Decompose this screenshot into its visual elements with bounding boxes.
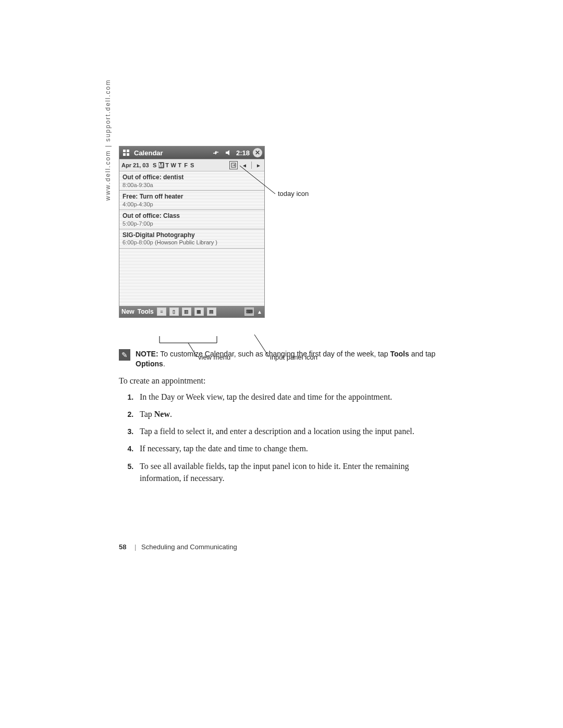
svg-rect-2 xyxy=(123,153,126,156)
appt-title: Out of office: Class xyxy=(123,212,261,219)
step-text: To see all available fields, tap the inp… xyxy=(140,462,409,483)
step-text: If necessary, tap the date and time to c… xyxy=(140,444,308,453)
page-footer: 58 | Scheduling and Communicating xyxy=(119,543,237,551)
dow-t2[interactable]: T xyxy=(177,162,183,168)
side-url: www.dell.com | support.dell.com xyxy=(104,79,112,201)
step-item: In the Day or Week view, tap the desired… xyxy=(136,391,452,403)
view-month-icon[interactable]: ▦ xyxy=(194,307,204,316)
start-icon[interactable] xyxy=(121,148,131,157)
appt-title: Free: Turn off heater xyxy=(123,193,261,200)
appt-title: SIG-Digital Photography xyxy=(123,231,261,239)
note-icon: ✎ xyxy=(119,349,130,361)
dow-s[interactable]: S xyxy=(152,162,158,168)
step-text: Tap xyxy=(140,410,154,418)
appt-time: 4:00p-4:30p xyxy=(123,201,261,207)
app-title: Calendar xyxy=(134,149,163,157)
day-selector-bar: Apr 21, 03 S M T W T F S ◄ ► xyxy=(119,159,264,171)
step-item: To see all available fields, tap the inp… xyxy=(136,460,452,484)
footer-separator: | xyxy=(134,543,136,551)
note-tools: Tools xyxy=(390,350,409,358)
step-item: Tap New. xyxy=(136,408,452,420)
prev-arrow-icon[interactable]: ◄ xyxy=(241,161,248,169)
tools-button[interactable]: Tools xyxy=(138,308,154,315)
note-options: Options xyxy=(136,360,163,368)
bottom-bar: New Tools ≡ ▯ ▥ ▦ ▤ ⌨ ▲ xyxy=(119,306,264,317)
step-text: Tap a field to select it, and enter a de… xyxy=(140,427,414,436)
appointment-list: Out of office: dentist 8:00a-9:30a Free:… xyxy=(119,171,264,306)
dow-m[interactable]: M xyxy=(158,162,164,168)
speaker-icon[interactable] xyxy=(224,148,233,157)
steps-list: In the Day or Week view, tap the desired… xyxy=(136,391,452,484)
list-item[interactable]: SIG-Digital Photography 6:00p-8:00p (How… xyxy=(119,229,264,249)
section-title: Scheduling and Communicating xyxy=(141,543,237,551)
note-body: . xyxy=(163,360,165,368)
note-body: To customize Calendar, such as changing … xyxy=(158,350,390,358)
next-arrow-icon[interactable]: ► xyxy=(255,161,262,169)
page-number: 58 xyxy=(119,543,126,551)
day-of-week-row[interactable]: S M T W T F S xyxy=(152,162,195,168)
appt-time: 6:00p-8:00p xyxy=(123,239,153,245)
dow-w[interactable]: W xyxy=(171,162,177,168)
step-text: In the Day or Week view, tap the desired… xyxy=(140,392,392,401)
list-item[interactable]: Out of office: Class 5:00p-7:00p xyxy=(119,210,264,229)
step-strong: New xyxy=(154,410,170,418)
appt-time: 8:00a-9:30a xyxy=(123,182,261,188)
current-date: Apr 21, 03 xyxy=(121,162,149,168)
sip-up-arrow-icon[interactable]: ▲ xyxy=(257,309,262,315)
view-day-icon[interactable]: ▯ xyxy=(169,307,179,316)
svg-rect-0 xyxy=(123,150,126,152)
intro-text: To create an appointment: xyxy=(119,376,452,386)
view-year-icon[interactable]: ▤ xyxy=(207,307,216,316)
close-icon[interactable]: ✕ xyxy=(253,148,262,157)
list-item[interactable]: Out of office: dentist 8:00a-9:30a xyxy=(119,171,264,191)
list-item[interactable]: Free: Turn off heater 4:00p-4:30p xyxy=(119,191,264,210)
step-item: Tap a field to select it, and enter a de… xyxy=(136,425,452,437)
appt-location: (Howson Public Library ) xyxy=(155,239,217,245)
dow-t[interactable]: T xyxy=(165,162,170,168)
appt-title: Out of office: dentist xyxy=(123,174,261,181)
note-text: NOTE: To customize Calendar, such as cha… xyxy=(136,349,452,369)
appt-time: 5:00p-7:00p xyxy=(123,220,261,227)
svg-rect-1 xyxy=(127,150,129,152)
new-button[interactable]: New xyxy=(121,308,134,315)
today-icon[interactable] xyxy=(229,161,238,169)
input-panel-icon[interactable]: ⌨ xyxy=(244,307,254,316)
connectivity-icon[interactable] xyxy=(211,148,221,157)
step-text: . xyxy=(170,410,172,418)
note-label: NOTE: xyxy=(136,350,158,358)
titlebar: Calendar 2:18 ✕ xyxy=(119,146,264,159)
note-body: and tap xyxy=(409,350,436,358)
step-item: If necessary, tap the date and time to c… xyxy=(136,442,452,454)
dow-f[interactable]: F xyxy=(183,162,189,168)
screenshot-calendar: Calendar 2:18 ✕ Apr 21, 03 S M T W T F S xyxy=(119,146,265,318)
svg-rect-3 xyxy=(127,153,129,156)
view-agenda-icon[interactable]: ≡ xyxy=(157,307,166,316)
view-week-icon[interactable]: ▥ xyxy=(182,307,191,316)
clock-time: 2:18 xyxy=(236,149,250,157)
dow-s2[interactable]: S xyxy=(190,162,195,168)
